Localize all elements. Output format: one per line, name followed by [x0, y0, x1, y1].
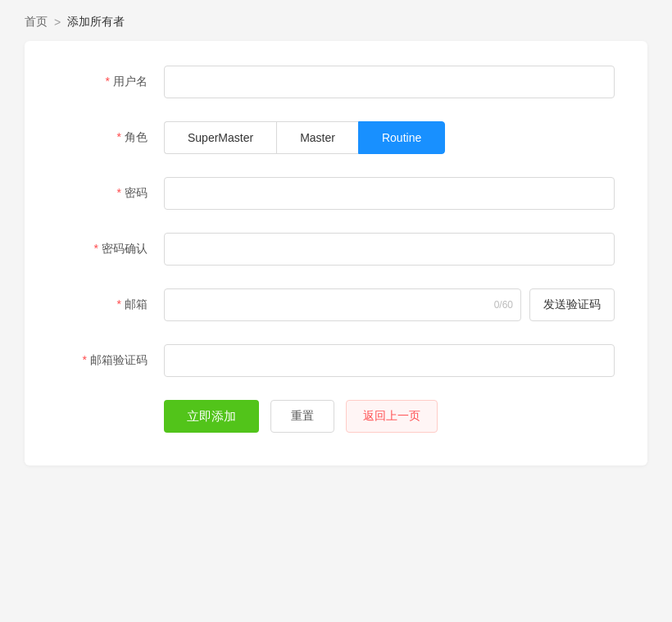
- email-row: *邮箱 0/60 发送验证码: [57, 288, 615, 321]
- role-master-btn[interactable]: Master: [276, 121, 358, 154]
- breadcrumb-home[interactable]: 首页: [25, 15, 48, 30]
- action-row: 立即添加 重置 返回上一页: [57, 400, 615, 433]
- required-star-role: *: [117, 130, 121, 143]
- back-button[interactable]: 返回上一页: [346, 400, 438, 433]
- password-row: *密码: [57, 177, 615, 210]
- breadcrumb-current: 添加所有者: [67, 15, 125, 30]
- required-star-confirm: *: [94, 242, 98, 255]
- send-code-button[interactable]: 发送验证码: [529, 288, 615, 321]
- email-input-wrap: 0/60: [164, 288, 521, 321]
- password-label: *密码: [57, 186, 164, 201]
- required-star-verify: *: [83, 353, 87, 366]
- reset-button[interactable]: 重置: [270, 400, 334, 433]
- role-group: SuperMaster Master Routine: [164, 121, 445, 154]
- confirm-password-input[interactable]: [164, 233, 615, 266]
- confirm-password-row: *密码确认: [57, 233, 615, 266]
- required-star-email: *: [117, 297, 121, 311]
- role-supermaster-btn[interactable]: SuperMaster: [164, 121, 276, 154]
- email-verify-input[interactable]: [164, 344, 615, 377]
- confirm-password-label: *密码确认: [57, 242, 164, 257]
- form-card: *用户名 *角色 SuperMaster Master Routine *密码 …: [25, 41, 647, 465]
- role-routine-btn[interactable]: Routine: [358, 121, 445, 154]
- email-input[interactable]: [164, 288, 521, 321]
- username-row: *用户名: [57, 66, 615, 98]
- password-input[interactable]: [164, 177, 615, 210]
- email-verify-row: *邮箱验证码: [57, 344, 615, 377]
- username-label: *用户名: [57, 75, 164, 89]
- username-input[interactable]: [164, 66, 615, 98]
- email-input-group: 0/60 发送验证码: [164, 288, 615, 321]
- breadcrumb: 首页 > 添加所有者: [0, 0, 672, 41]
- breadcrumb-separator: >: [54, 16, 61, 29]
- role-row: *角色 SuperMaster Master Routine: [57, 121, 615, 154]
- role-label: *角色: [57, 130, 164, 145]
- required-star-password: *: [117, 186, 121, 199]
- email-verify-label: *邮箱验证码: [57, 353, 164, 368]
- required-star-username: *: [106, 75, 110, 88]
- email-label: *邮箱: [57, 297, 164, 312]
- submit-button[interactable]: 立即添加: [164, 400, 259, 433]
